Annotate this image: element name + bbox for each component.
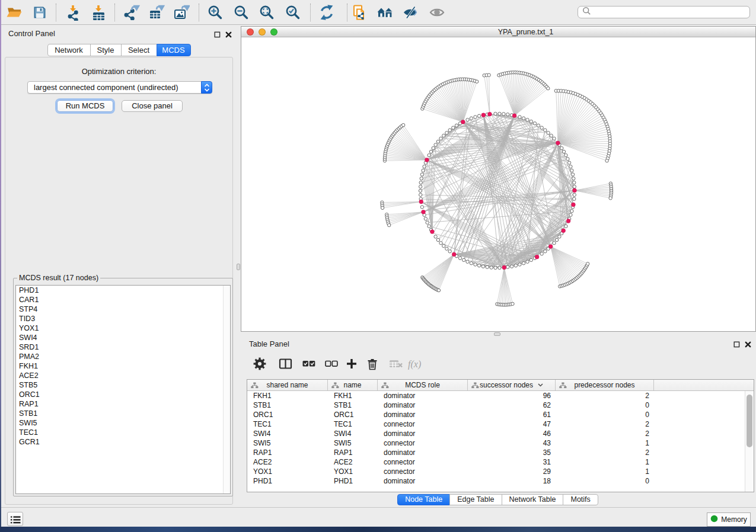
mcds-result-item[interactable]: STB1 [16, 409, 230, 418]
table-row[interactable]: SWI5SWI5connector431 [247, 438, 754, 448]
search-input[interactable] [594, 7, 749, 17]
apply-layout-button[interactable] [317, 2, 337, 23]
hide-selected-button[interactable] [400, 2, 420, 23]
table-scrollbar-thumb[interactable] [747, 395, 752, 447]
column-header-shared_name[interactable]: shared name [247, 380, 328, 390]
cell-shared_name: ACE2 [247, 457, 328, 467]
table-row[interactable]: STB1STB1dominator620 [247, 400, 754, 410]
mcds-result-item[interactable]: PHD1 [16, 286, 230, 295]
mcds-result-item[interactable]: STB5 [16, 380, 230, 390]
gear-button[interactable] [253, 355, 266, 375]
cell-name: ORC1 [328, 410, 378, 419]
mcds-result-item[interactable]: CAR1 [16, 295, 230, 305]
deselect-all-button[interactable] [324, 355, 339, 375]
column-header-icon [381, 382, 389, 389]
table-row[interactable]: ACE2ACE2connector311 [247, 457, 754, 467]
column-header-predecessor_nodes[interactable]: predecessor nodes [556, 380, 654, 390]
export-table-button[interactable] [146, 2, 167, 23]
network-canvas[interactable] [241, 37, 755, 331]
show-all-icon [429, 5, 445, 20]
zoom-out-button[interactable] [231, 2, 251, 23]
export-network-button[interactable] [122, 2, 142, 23]
search-field[interactable] [578, 6, 750, 18]
close-icon[interactable] [745, 339, 751, 350]
mcds-result-item[interactable]: TEC1 [16, 428, 230, 437]
import-network-button[interactable] [63, 2, 83, 23]
table-row[interactable]: YOX1YOX1connector291 [247, 467, 754, 476]
horizontal-splitter-grip[interactable] [494, 332, 500, 336]
float-icon[interactable] [733, 339, 740, 350]
control-panel-title: Control Panel [8, 29, 55, 38]
mcds-result-item[interactable]: SWI5 [16, 418, 230, 428]
select-all-button[interactable] [302, 355, 316, 375]
open-session-button[interactable] [4, 2, 24, 23]
cell-shared_name: SWI5 [247, 438, 328, 448]
table-row[interactable]: FKH1FKH1dominator962 [247, 391, 754, 400]
zoom-fit-button[interactable] [257, 2, 277, 23]
mcds-result-item[interactable]: FKH1 [16, 361, 230, 371]
mcds-result-item[interactable]: TID3 [16, 314, 230, 323]
table-tab-node-table[interactable]: Node Table [397, 494, 450, 505]
column-header-mcds_role[interactable]: MCDS role [378, 380, 468, 390]
svg-text:f(x): f(x) [408, 359, 421, 370]
table-row[interactable]: SWI4SWI4dominator462 [247, 429, 754, 438]
table-tab-edge-table[interactable]: Edge Table [449, 494, 502, 505]
task-history-button[interactable] [7, 512, 23, 526]
mcds-result-item[interactable]: SRD1 [16, 342, 230, 352]
combo-stepper-icon[interactable] [201, 81, 212, 94]
close-icon[interactable] [225, 30, 232, 40]
table-row[interactable]: TEC1TEC1connector472 [247, 419, 754, 429]
yellow-traffic-light-icon[interactable] [259, 28, 266, 36]
mcds-result-item[interactable]: ACE2 [16, 371, 230, 380]
memory-button[interactable]: Memory [707, 512, 751, 527]
run-mcds-button[interactable]: Run MCDS [57, 100, 113, 112]
zoom-in-button[interactable] [205, 2, 225, 23]
mcds-result-item[interactable]: PMA2 [16, 352, 230, 361]
import-table-button[interactable] [88, 2, 109, 23]
cell-name: PHD1 [328, 476, 378, 486]
criterion-select[interactable]: largest connected component (undirected) [27, 81, 212, 94]
export-image-button[interactable] [171, 2, 192, 23]
mcds-result-item[interactable]: GCR1 [16, 437, 230, 447]
mcds-result-item[interactable]: SWI4 [16, 333, 230, 342]
mcds-result-item[interactable]: ORC1 [16, 390, 230, 399]
mcds-list-scrollbar[interactable] [223, 286, 230, 493]
trash-button[interactable] [366, 355, 378, 375]
float-icon[interactable] [214, 30, 221, 40]
export-table-icon [149, 5, 165, 20]
cell-successor_nodes: 18 [468, 476, 556, 486]
table-row[interactable]: ORC1ORC1dominator610 [247, 410, 754, 419]
cell-name: ACE2 [328, 457, 378, 467]
table-row[interactable]: PHD1PHD1dominator180 [247, 476, 754, 486]
mcds-result-item[interactable]: YOX1 [16, 323, 230, 333]
cell-name: RAP1 [328, 448, 378, 457]
table-scrollbar[interactable] [745, 391, 754, 492]
close-panel-button[interactable]: Close panel [122, 100, 183, 112]
table-tab-network-table[interactable]: Network Table [502, 494, 564, 505]
table-tab-motifs[interactable]: Motifs [563, 494, 598, 505]
mcds-result-item[interactable]: STP4 [16, 305, 230, 314]
memory-label: Memory [721, 515, 747, 524]
control-tab-style[interactable]: Style [90, 44, 122, 56]
cell-mcds_role: connector [378, 419, 468, 429]
vertical-splitter-grip[interactable] [237, 264, 240, 270]
zoom-selected-button[interactable] [283, 2, 303, 23]
cell-predecessor_nodes: 0 [556, 476, 654, 486]
show-all-button[interactable] [427, 2, 447, 23]
column-header-successor_nodes[interactable]: successor nodes [468, 380, 556, 390]
table-row[interactable]: RAP1RAP1dominator352 [247, 448, 754, 457]
network-view-titlebar[interactable]: YPA_prune.txt_1 [241, 27, 755, 37]
network-graph[interactable] [241, 37, 755, 331]
mcds-result-item[interactable]: RAP1 [16, 399, 230, 409]
add-button[interactable] [346, 355, 358, 375]
red-traffic-light-icon[interactable] [247, 28, 254, 36]
column-header-name[interactable]: name [328, 380, 378, 390]
control-tab-network[interactable]: Network [47, 44, 91, 56]
columns-button[interactable] [279, 355, 292, 375]
control-tab-mcds[interactable]: MCDS [157, 44, 191, 56]
new-network-from-selection-button[interactable] [350, 2, 370, 23]
save-session-button[interactable] [30, 2, 50, 23]
main-toolbar [1, 0, 756, 25]
first-neighbors-button[interactable] [375, 2, 395, 23]
control-tab-select[interactable]: Select [121, 44, 157, 56]
